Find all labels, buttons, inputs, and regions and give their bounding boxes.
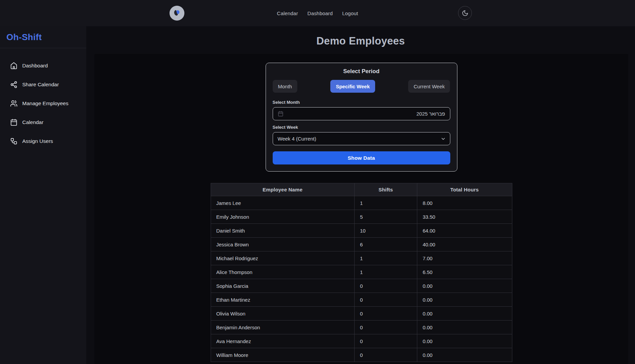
shifts-cell: 0 bbox=[354, 307, 417, 321]
calendar-small-icon[interactable] bbox=[278, 111, 283, 117]
table-header-row: Employee Name Shifts Total Hours bbox=[211, 183, 512, 196]
main-content: Demo Employees Select Period MonthSpecif… bbox=[86, 26, 635, 364]
period-button-specific-week[interactable]: Specific Week bbox=[330, 80, 375, 93]
sidebar-item-label: Assign Users bbox=[22, 138, 53, 144]
period-mode-buttons: MonthSpecific WeekCurrent Week bbox=[273, 80, 450, 93]
employee-name-cell: Daniel Smith bbox=[211, 224, 354, 238]
select-period-title: Select Period bbox=[273, 68, 450, 75]
select-period-card: Select Period MonthSpecific WeekCurrent … bbox=[266, 63, 457, 172]
sidebar-item-label: Dashboard bbox=[22, 63, 48, 69]
employee-name-cell: Emily Johnson bbox=[211, 210, 354, 224]
table-row: Ava Hernandez00.00 bbox=[211, 334, 512, 348]
shifts-cell: 0 bbox=[354, 279, 417, 293]
employee-name-cell: James Lee bbox=[211, 196, 354, 210]
week-select[interactable]: Week 4 (Current) bbox=[273, 132, 450, 145]
content-panel: Select Period MonthSpecific WeekCurrent … bbox=[94, 54, 628, 364]
table-row: Benjamin Anderson00.00 bbox=[211, 321, 512, 334]
select-week-label: Select Week bbox=[273, 125, 450, 130]
top-navbar: Calendar Dashboard Logout bbox=[0, 0, 635, 26]
employee-name-cell: Olivia Wilson bbox=[211, 307, 354, 321]
sidebar-item-calendar[interactable]: Calendar bbox=[0, 113, 86, 132]
table-row: Alice Thompson16.50 bbox=[211, 265, 512, 279]
table-row: Emily Johnson533.50 bbox=[211, 210, 512, 224]
select-month-label: Select Month bbox=[273, 100, 450, 105]
shifts-cell: 10 bbox=[354, 224, 417, 238]
table-row: Michael Rodriguez17.00 bbox=[211, 251, 512, 265]
total-hours-cell: 6.50 bbox=[417, 265, 512, 279]
sidebar-item-label: Calendar bbox=[22, 119, 43, 125]
total-hours-cell: 0.00 bbox=[417, 348, 512, 362]
employee-name-cell: Alice Thompson bbox=[211, 265, 354, 279]
table-row: James Lee18.00 bbox=[211, 196, 512, 210]
total-hours-cell: 0.00 bbox=[417, 321, 512, 334]
shifts-cell: 6 bbox=[354, 238, 417, 251]
month-date-input[interactable]: פברואר 2025 bbox=[273, 107, 450, 120]
sidebar-nav: DashboardShare CalendarManage EmployeesC… bbox=[0, 48, 86, 151]
total-hours-cell: 0.00 bbox=[417, 293, 512, 307]
shifts-cell: 0 bbox=[354, 321, 417, 334]
shifts-cell: 0 bbox=[354, 293, 417, 307]
shifts-cell: 1 bbox=[354, 251, 417, 265]
table-row: Olivia Wilson00.00 bbox=[211, 307, 512, 321]
employee-name-cell: Michael Rodriguez bbox=[211, 251, 354, 265]
table-row: William Moore00.00 bbox=[211, 348, 512, 362]
employee-name-cell: Benjamin Anderson bbox=[211, 321, 354, 334]
table-row: Ethan Martinez00.00 bbox=[211, 293, 512, 307]
nav-link-dashboard[interactable]: Dashboard bbox=[307, 10, 333, 16]
shifts-cell: 5 bbox=[354, 210, 417, 224]
sidebar-item-share-calendar[interactable]: Share Calendar bbox=[0, 75, 86, 94]
shifts-cell: 1 bbox=[354, 196, 417, 210]
shifts-cell: 0 bbox=[354, 348, 417, 362]
moon-icon bbox=[462, 10, 468, 17]
total-hours-cell: 7.00 bbox=[417, 251, 512, 265]
total-hours-cell: 40.00 bbox=[417, 238, 512, 251]
employees-table: Employee Name Shifts Total Hours James L… bbox=[211, 183, 512, 362]
total-hours-cell: 0.00 bbox=[417, 307, 512, 321]
sidebar-item-assign-users[interactable]: Assign Users bbox=[0, 132, 86, 151]
employee-name-cell: Ethan Martinez bbox=[211, 293, 354, 307]
total-hours-cell: 64.00 bbox=[417, 224, 512, 238]
sidebar-brand: Oh-Shift bbox=[0, 26, 86, 48]
total-hours-cell: 33.50 bbox=[417, 210, 512, 224]
week-select-value: Week 4 (Current) bbox=[278, 136, 316, 142]
sidebar-item-dashboard[interactable]: Dashboard bbox=[0, 56, 86, 75]
column-header-total-hours: Total Hours bbox=[417, 183, 512, 196]
total-hours-cell: 8.00 bbox=[417, 196, 512, 210]
table-row: Daniel Smith1064.00 bbox=[211, 224, 512, 238]
employee-name-cell: Sophia Garcia bbox=[211, 279, 354, 293]
nav-link-calendar[interactable]: Calendar bbox=[277, 10, 298, 16]
employee-name-cell: Jessica Brown bbox=[211, 238, 354, 251]
sidebar-item-label: Manage Employees bbox=[22, 100, 68, 107]
month-input-value: פברואר 2025 bbox=[416, 111, 445, 117]
table-row: Sophia Garcia00.00 bbox=[211, 279, 512, 293]
brand-title: Oh-Shift bbox=[6, 32, 42, 42]
employee-name-cell: William Moore bbox=[211, 348, 354, 362]
show-data-button[interactable]: Show Data bbox=[273, 151, 450, 164]
theme-toggle-button[interactable] bbox=[458, 6, 472, 20]
workflow-icon bbox=[10, 138, 18, 145]
employee-name-cell: Ava Hernandez bbox=[211, 334, 354, 348]
users-icon bbox=[10, 100, 18, 107]
sidebar-item-manage-employees[interactable]: Manage Employees bbox=[0, 94, 86, 113]
calendar-icon bbox=[10, 119, 18, 126]
table-row: Jessica Brown640.00 bbox=[211, 238, 512, 251]
total-hours-cell: 0.00 bbox=[417, 279, 512, 293]
sidebar-item-label: Share Calendar bbox=[22, 82, 59, 88]
sidebar: Oh-Shift DashboardShare CalendarManage E… bbox=[0, 26, 86, 364]
shifts-cell: 0 bbox=[354, 334, 417, 348]
home-icon bbox=[10, 62, 18, 69]
chevron-down-icon bbox=[441, 136, 446, 142]
navbar-links: Calendar Dashboard Logout bbox=[0, 0, 635, 26]
nav-link-logout[interactable]: Logout bbox=[342, 10, 358, 16]
total-hours-cell: 0.00 bbox=[417, 334, 512, 348]
period-button-current-week[interactable]: Current Week bbox=[408, 80, 450, 93]
column-header-shifts: Shifts bbox=[354, 183, 417, 196]
shifts-cell: 1 bbox=[354, 265, 417, 279]
column-header-employee-name: Employee Name bbox=[211, 183, 354, 196]
share-icon bbox=[10, 81, 18, 88]
page-title: Demo Employees bbox=[86, 35, 635, 47]
period-button-month[interactable]: Month bbox=[273, 80, 298, 93]
